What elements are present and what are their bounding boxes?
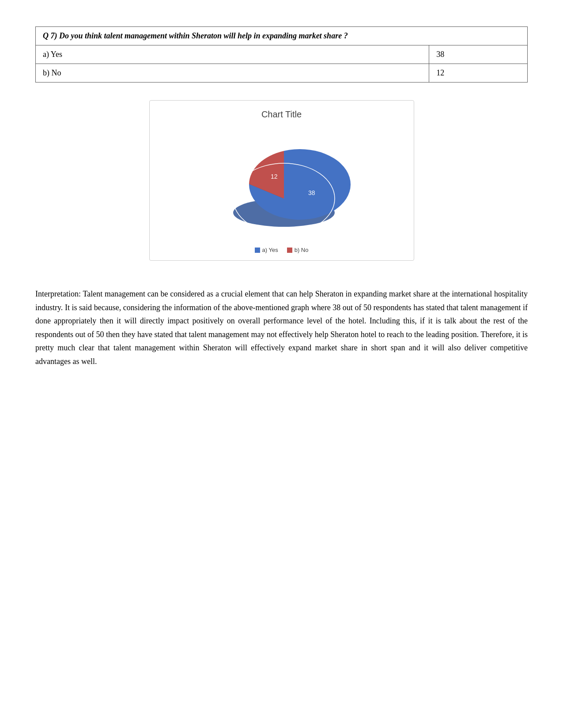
yes-label-value: 38 [308,189,315,196]
question-text: Do you think talent management within Sh… [59,31,348,40]
answer-row-yes: a) Yes 38 [36,45,528,64]
chart-area: 38 12 [159,127,405,241]
legend-no-label: b) No [295,247,309,253]
no-label-value: 12 [271,173,278,180]
answer-yes-value: 38 [429,45,528,64]
answer-no-value: 12 [429,64,528,83]
question-table: Q 7) Do you think talent management with… [35,26,528,83]
legend-yes-color [255,248,260,253]
legend-yes-label: a) Yes [262,247,278,253]
chart-legend: a) Yes b) No [159,247,405,253]
chart-container: Chart Title 38 12 [149,100,414,261]
interpretation-text: Interpretation: Talent management can be… [35,287,528,368]
chart-title: Chart Title [159,109,405,120]
question-header: Q 7) Do you think talent management with… [36,27,528,45]
legend-no-color [287,248,292,253]
legend-no: b) No [287,247,309,253]
answer-row-no: b) No 12 [36,64,528,83]
pie-chart-svg: 38 12 [207,127,357,241]
answer-no-label: b) No [36,64,429,83]
legend-yes: a) Yes [255,247,278,253]
answer-yes-label: a) Yes [36,45,429,64]
question-number: Q 7) [43,31,57,40]
